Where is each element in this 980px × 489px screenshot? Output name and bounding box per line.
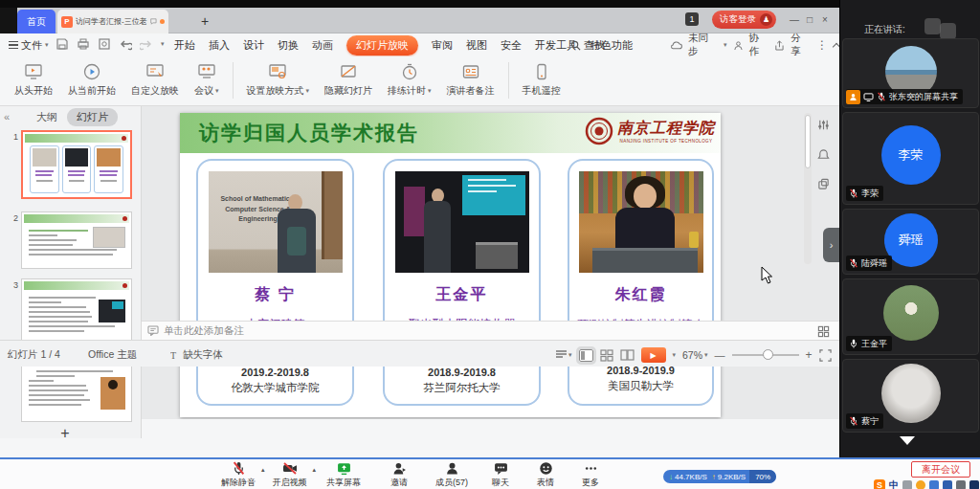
redo-icon[interactable] bbox=[140, 37, 153, 51]
slide-thumbnail-2[interactable]: 访学归国人员学术报告 bbox=[21, 211, 132, 269]
file-menu-label: 文件 bbox=[21, 38, 42, 53]
from-beginning-button[interactable]: 从头开始 bbox=[8, 60, 59, 100]
new-tab-button[interactable]: + bbox=[196, 11, 213, 31]
slide-editor-area[interactable]: 访学归国人员学术报告 南京工程学院 NANJING INSTITUTE OF T… bbox=[142, 106, 839, 419]
scroll-down-icon[interactable] bbox=[900, 436, 915, 445]
properties-sliders-icon[interactable] bbox=[817, 119, 830, 131]
speaker-notes-button[interactable]: 演讲者备注 bbox=[440, 60, 501, 100]
hide-slide-button[interactable]: 隐藏幻灯片 bbox=[318, 60, 379, 100]
phone-remote-button[interactable]: 手机遥控 bbox=[516, 60, 568, 100]
sync-caret-icon[interactable]: ▾ bbox=[724, 41, 727, 49]
notes-view-icon[interactable]: ▾ bbox=[555, 349, 572, 361]
mini-logo-icon bbox=[122, 216, 127, 221]
zoom-in-button[interactable]: + bbox=[806, 348, 813, 362]
missing-font-indicator[interactable]: T 缺失字体 bbox=[170, 348, 223, 362]
assets-shapes-icon[interactable] bbox=[817, 178, 830, 190]
slide-thumbnail-3[interactable]: 访学归国人员学术报告 bbox=[21, 278, 132, 345]
slide-thumbnail-1[interactable]: 访学归国人员学术报告 bbox=[21, 130, 132, 199]
tab-slides-active[interactable]: 幻灯片 bbox=[67, 108, 118, 126]
sogou-input-icon[interactable]: S bbox=[874, 479, 885, 489]
sync-status[interactable]: 未同步 bbox=[688, 32, 718, 58]
participant-tile[interactable]: 李荣 李荣 bbox=[842, 112, 979, 205]
zoom-slider-knob[interactable] bbox=[763, 349, 773, 360]
zoom-slider[interactable] bbox=[732, 354, 799, 356]
participant-tile-sharer[interactable]: 张东突的屏幕共享 bbox=[842, 38, 979, 108]
members-button[interactable]: 成员(57) bbox=[432, 461, 472, 489]
custom-show-button[interactable]: 自定义放映 bbox=[124, 60, 186, 100]
share-screen-button[interactable]: 共享屏幕 bbox=[321, 461, 367, 489]
ime-chinese-icon[interactable]: 中 bbox=[889, 478, 899, 489]
notes-placeholder[interactable]: 单击此处添加备注 bbox=[164, 324, 244, 338]
animation-bell-icon[interactable] bbox=[817, 148, 830, 161]
tray-mic-icon[interactable] bbox=[929, 480, 939, 489]
video-options-caret[interactable]: ▴ bbox=[313, 466, 317, 474]
from-current-button[interactable]: 从当前开始 bbox=[61, 60, 122, 100]
mic-options-caret[interactable]: ▴ bbox=[261, 466, 265, 474]
tab-document[interactable]: P 访问学者汇报-三位老师.pptx bbox=[57, 10, 168, 33]
menu-view[interactable]: 视图 bbox=[466, 38, 487, 53]
start-video-button[interactable]: 开启视频 bbox=[270, 461, 310, 489]
rehearse-timing-button[interactable]: 排练计时▾ bbox=[381, 60, 438, 100]
maximize-button[interactable]: □ bbox=[803, 12, 816, 27]
normal-view-icon[interactable] bbox=[579, 349, 593, 362]
theme-name[interactable]: Office 主题 bbox=[88, 348, 137, 362]
participant-tile[interactable]: 蔡宁 bbox=[842, 359, 979, 433]
notes-bar[interactable]: 单击此处添加备注 bbox=[142, 321, 839, 340]
minimize-button[interactable]: — bbox=[788, 12, 801, 27]
setup-show-button[interactable]: 设置放映方式▾ bbox=[240, 60, 317, 100]
expand-sidebar-flap[interactable]: › bbox=[823, 228, 839, 262]
preview-icon[interactable] bbox=[98, 37, 111, 51]
undo-icon[interactable] bbox=[119, 37, 132, 51]
tray-mail-icon[interactable] bbox=[943, 480, 952, 489]
grid-layout-icon[interactable] bbox=[817, 325, 830, 338]
editor-scrollbar-thumb[interactable] bbox=[805, 115, 811, 168]
mic-muted-icon bbox=[849, 189, 858, 198]
slide-sorter-icon[interactable] bbox=[600, 349, 613, 362]
fit-screen-icon[interactable] bbox=[819, 349, 832, 362]
save-icon[interactable] bbox=[56, 37, 69, 51]
meeting-button[interactable]: 会议▾ bbox=[188, 60, 226, 100]
tray-app-icon[interactable] bbox=[969, 480, 979, 489]
reading-view-icon[interactable] bbox=[620, 349, 635, 361]
menu-insert[interactable]: 插入 bbox=[209, 38, 230, 53]
collapse-panel-icon[interactable]: « bbox=[4, 111, 10, 122]
tab-count-badge[interactable]: 1 bbox=[685, 12, 699, 26]
menu-security[interactable]: 安全 bbox=[501, 38, 522, 53]
print-icon[interactable] bbox=[77, 37, 90, 51]
emoji-button[interactable]: 表情 bbox=[529, 461, 562, 489]
more-button[interactable]: 更多 bbox=[574, 461, 607, 489]
slide-canvas[interactable]: 访学归国人员学术报告 南京工程学院 NANJING INSTITUTE OF T… bbox=[180, 113, 721, 417]
qat-caret-icon[interactable]: ▾ bbox=[161, 40, 165, 48]
share-button[interactable]: 分享 bbox=[791, 32, 811, 58]
tab-home[interactable]: 首页 bbox=[17, 10, 56, 33]
leave-meeting-button[interactable]: 离开会议 bbox=[911, 461, 970, 478]
collaborate-button[interactable]: 协作 bbox=[749, 32, 769, 58]
menu-design[interactable]: 设计 bbox=[243, 38, 264, 53]
menu-start[interactable]: 开始 bbox=[174, 38, 195, 53]
menu-animation[interactable]: 动画 bbox=[312, 38, 333, 53]
close-button[interactable]: × bbox=[818, 12, 832, 27]
menu-review[interactable]: 审阅 bbox=[432, 38, 453, 53]
slideshow-play-button[interactable]: ▶ bbox=[641, 347, 666, 363]
chat-button[interactable]: 聊天 bbox=[484, 461, 517, 489]
menu-transition[interactable]: 切换 bbox=[278, 38, 299, 53]
play-caret-icon[interactable]: ▾ bbox=[673, 351, 677, 359]
zoom-out-button[interactable]: — bbox=[715, 349, 725, 361]
add-slide-button[interactable]: + bbox=[56, 425, 75, 442]
scholar-photo-3 bbox=[579, 171, 703, 273]
unmute-button[interactable]: 解除静音 bbox=[218, 461, 258, 489]
participant-tile[interactable]: 舜瑶 陆舜瑶 bbox=[842, 209, 979, 275]
file-menu[interactable]: 文件 ▾ bbox=[5, 33, 53, 56]
tab-outline[interactable]: 大纲 bbox=[36, 110, 57, 124]
guest-login-button[interactable]: 访客登录 ♟ bbox=[712, 11, 776, 29]
participant-tile[interactable]: 王金平 bbox=[842, 278, 979, 355]
tray-emoji-icon[interactable] bbox=[916, 480, 925, 489]
thumb-number: 1 bbox=[7, 132, 18, 142]
menu-slideshow-active[interactable]: 幻灯片放映 bbox=[346, 35, 418, 56]
tray-network-icon[interactable] bbox=[902, 480, 912, 489]
zoom-level[interactable]: 67%▾ bbox=[682, 349, 708, 361]
tray-person-icon[interactable] bbox=[956, 480, 966, 489]
more-menu-icon[interactable]: ⋮ bbox=[816, 38, 828, 52]
find-button[interactable]: 查找 bbox=[570, 33, 605, 56]
invite-button[interactable]: 邀请 bbox=[379, 461, 419, 489]
